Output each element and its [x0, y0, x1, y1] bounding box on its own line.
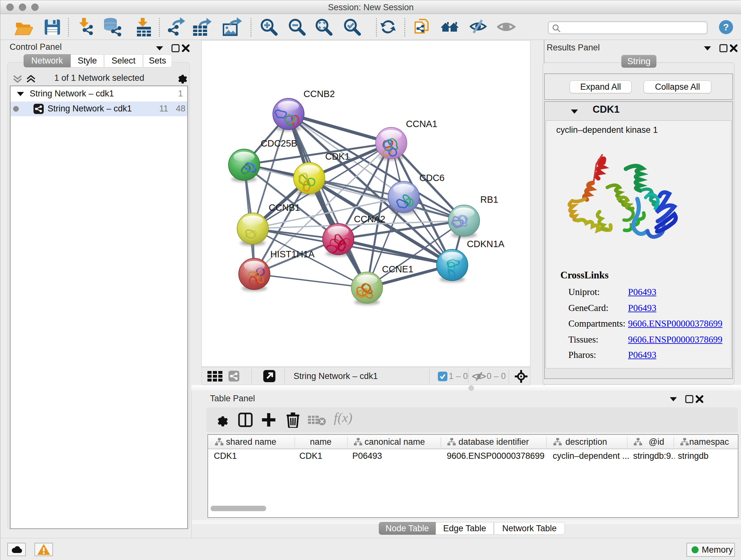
svg-text:CCNB2: CCNB2 [304, 89, 335, 99]
svg-text:CDK1: CDK1 [325, 151, 350, 162]
svg-text:HIST1H1A: HIST1H1A [270, 249, 315, 259]
svg-text:CDC6: CDC6 [419, 173, 445, 183]
svg-text:CDKN1A: CDKN1A [467, 239, 504, 249]
svg-text:CCNE1: CCNE1 [382, 264, 413, 274]
svg-text:CCNA1: CCNA1 [406, 119, 437, 129]
svg-text:CCNA2: CCNA2 [354, 214, 385, 224]
svg-text:CCNB1: CCNB1 [269, 202, 300, 212]
svg-text:CDC25B: CDC25B [261, 138, 297, 148]
svg-text:RB1: RB1 [480, 194, 498, 205]
